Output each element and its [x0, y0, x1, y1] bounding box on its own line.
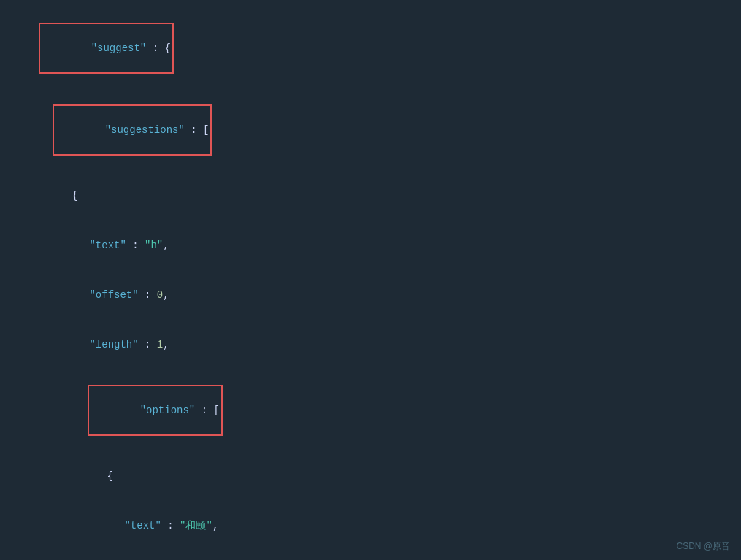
watermark: CSDN @原音 [676, 540, 730, 553]
code-container: "suggest" : { "suggestions" : [ { "text"… [0, 0, 741, 560]
code-line-6: "length" : 1, [0, 320, 741, 369]
code-line-1: "suggest" : { [0, 7, 741, 89]
code-line-3: { [0, 171, 741, 220]
code-line-4: "text" : "h", [0, 220, 741, 270]
code-line-5: "offset" : 0, [0, 270, 741, 320]
code-line-9: "text" : "和颐", [0, 501, 741, 551]
code-line-2: "suggestions" : [ [0, 89, 741, 171]
code-line-7: "options" : [ [0, 369, 741, 451]
code-line-8: { [0, 451, 741, 501]
code-line-10: "_index" : "hotel", [0, 551, 741, 560]
